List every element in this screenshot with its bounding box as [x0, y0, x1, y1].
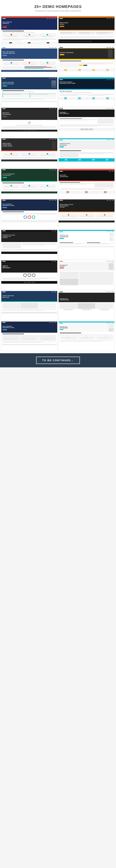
demo-4[interactable]: WE BUILD YOUR DREAM	[59, 46, 115, 76]
cta-button[interactable]: TO BE CONTINUED...	[36, 356, 80, 364]
demo-19[interactable]: CREATE YOUR OWNMEGACASE	[1, 291, 57, 320]
demo-8[interactable]: THE BIGGESTHTML THEME EVER	[59, 107, 115, 137]
demo-15[interactable]: CREATIVITY IS A DRUGI CANNOT LIVEWITHOUT	[1, 230, 57, 259]
demo-12[interactable]: MEGATRONCORPORATION	[59, 169, 115, 198]
demos-grid: MULTI-PURPOSEHOMEPAGE My megatron theme	[0, 15, 116, 352]
demo-1-logo	[2, 18, 6, 19]
demo-2-thumb: DEMO FITNESSCENTER	[59, 16, 115, 45]
page-wrapper: 25+ DEMO HOMEPAGES Designed for multi pu…	[0, 0, 116, 367]
demo-1-nav-links	[46, 19, 56, 19]
footer-cta-section: TO BE CONTINUED...	[0, 353, 116, 367]
demo-10[interactable]: CREATIVITY HAS NOBOUNDARIES	[59, 138, 115, 168]
demo-14[interactable]: PRICE IS WHAT YOU PAYVALUE IS WHATYOU GE…	[59, 199, 115, 229]
demo-1-thumb: MULTI-PURPOSEHOMEPAGE My megatron theme	[1, 16, 57, 45]
demo-1[interactable]: MULTI-PURPOSEHOMEPAGE My megatron theme	[1, 16, 57, 45]
header-subtitle: Designed for multi purpose and many requ…	[3, 10, 113, 12]
demo-1-hero: MULTI-PURPOSEHOMEPAGE My megatron theme	[1, 20, 57, 30]
demo-18[interactable]: YOUR ONE-STOPSOLUTION	[59, 260, 115, 290]
header-title: 25+ DEMO HOMEPAGES	[3, 4, 113, 9]
demo-1-content	[1, 30, 57, 42]
demo-11[interactable]: IF YOU CAN DREAM ITYOU CAN DO IT	[1, 169, 57, 198]
demo-2[interactable]: DEMO FITNESSCENTER	[59, 16, 115, 45]
demo-22[interactable]: CREATIVITY HASNO BOUNDARIES	[59, 321, 115, 351]
demo-16[interactable]: CREATIVITY HASNO BOUNDARIES	[59, 230, 115, 259]
demo-1-nav	[1, 18, 57, 20]
demo-6[interactable]: MEGATRON BUSINESSRESPONSIVE HTML5 THEME …	[59, 77, 115, 107]
demo-5[interactable]: CREATE YOUR OWNMEGACASE CENTER	[1, 77, 57, 107]
demo-7[interactable]: MEGATRONVOICE PRAYER	[1, 107, 57, 137]
demo-3[interactable]: WE'LL HELP MANAGEYOUR SITE VERY EASY	[1, 46, 57, 76]
demo-13[interactable]: MULTI-PURPOSEWORDPRESS THEME	[1, 199, 57, 229]
demo-21[interactable]: MULTI-PURPOSEWORDPRESS THEME	[1, 321, 57, 351]
header: 25+ DEMO HOMEPAGES Designed for multi pu…	[0, 0, 116, 15]
demo-17[interactable]: HERE ISMEGATRON	[1, 260, 57, 290]
demo-20[interactable]: YOUR ONE-STOPFASHION SOLUTION	[59, 291, 115, 320]
demo-9[interactable]: PRICE IS WHATYOU PAY VALUEIS WHAT YOU GE…	[1, 138, 57, 168]
